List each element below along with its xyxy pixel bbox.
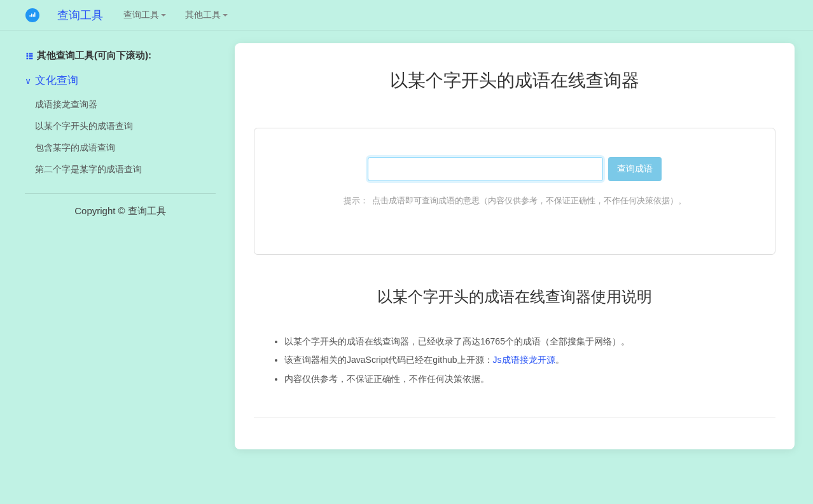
sidebar-link-contains-char[interactable]: 包含某字的成语查询 (25, 137, 216, 159)
caret-down-icon (223, 14, 228, 17)
sidebar-category-culture[interactable]: ∨ 文化查询 (25, 69, 216, 92)
description-item: 该查询器相关的JavaScript代码已经在github上开源：Js成语接龙开源… (284, 351, 775, 369)
main-content: 以某个字开头的成语在线查询器 查询成语 提示：点击成语即可查询成语的意思（内容仅… (235, 43, 795, 449)
hint-text: 点击成语即可查询成语的意思（内容仅供参考，不保证正确性，不作任何决策依据）。 (372, 196, 686, 205)
description-list: 以某个字开头的成语在线查询器，已经收录了高达16765个的成语（全部搜集于网络）… (254, 332, 775, 388)
navbar-logo-icon[interactable] (25, 8, 39, 22)
copyright: Copyright © 查询工具 (25, 205, 216, 217)
navbar-menu-query-tools[interactable]: 查询工具 (123, 10, 166, 21)
sidebar-link-start-with[interactable]: 以某个字开头的成语查询 (25, 116, 216, 137)
chevron-down-icon: ∨ (25, 76, 31, 86)
list-icon (25, 51, 34, 60)
sidebar-header-label: 其他查询工具(可向下滚动): (37, 50, 151, 62)
hint: 提示：点击成语即可查询成语的意思（内容仅供参考，不保证正确性，不作任何决策依据）… (267, 195, 762, 207)
main-divider (254, 417, 775, 418)
navbar: 查询工具 查询工具 其他工具 (0, 0, 813, 31)
navbar-menu-label: 其他工具 (185, 10, 221, 21)
search-button[interactable]: 查询成语 (608, 157, 662, 181)
search-input[interactable] (368, 157, 603, 181)
page-title: 以某个字开头的成语在线查询器 (254, 69, 775, 93)
navbar-brand[interactable]: 查询工具 (57, 8, 103, 23)
description-text: 该查询器相关的JavaScript代码已经在github上开源： (284, 355, 493, 365)
sidebar: 其他查询工具(可向下滚动): ∨ 文化查询 成语接龙查询器 以某个字开头的成语查… (25, 43, 216, 449)
caret-down-icon (161, 14, 166, 17)
sidebar-header: 其他查询工具(可向下滚动): (25, 50, 216, 62)
sidebar-category-label: 文化查询 (35, 73, 78, 88)
sidebar-divider (25, 193, 216, 194)
container: 其他查询工具(可向下滚动): ∨ 文化查询 成语接龙查询器 以某个字开头的成语查… (6, 31, 807, 462)
description-item: 以某个字开头的成语在线查询器，已经收录了高达16765个的成语（全部搜集于网络）… (284, 332, 775, 351)
github-link[interactable]: Js成语接龙开源 (493, 355, 555, 365)
navbar-menu-label: 查询工具 (123, 10, 159, 21)
navbar-menu-other-tools[interactable]: 其他工具 (185, 10, 228, 21)
sidebar-link-idiom-chain[interactable]: 成语接龙查询器 (25, 94, 216, 116)
hint-label: 提示： (344, 196, 368, 205)
sidebar-link-second-char[interactable]: 第二个字是某字的成语查询 (25, 159, 216, 180)
search-row: 查询成语 (267, 157, 762, 181)
section-title: 以某个字开头的成语在线查询器使用说明 (254, 287, 775, 307)
description-item: 内容仅供参考，不保证正确性，不作任何决策依据。 (284, 370, 775, 388)
description-text: 。 (555, 355, 564, 365)
search-card: 查询成语 提示：点击成语即可查询成语的意思（内容仅供参考，不保证正确性，不作任何… (254, 128, 775, 255)
